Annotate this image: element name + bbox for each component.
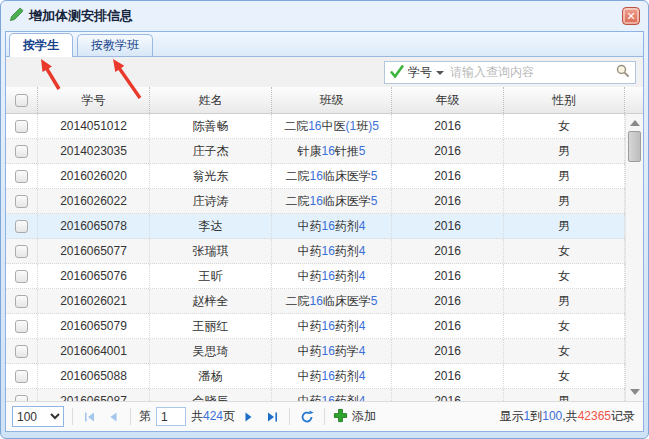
search-category[interactable]: 学号 [408,64,432,81]
first-page-icon[interactable] [81,407,99,427]
row-name: 李达 [150,214,272,238]
table-row[interactable]: 2016064001吴思琦中药16药学42016女 [6,339,625,364]
add-button[interactable]: 添加 [333,408,376,426]
row-gender: 男 [504,164,625,188]
page-number-input[interactable] [156,407,186,426]
row-class: 二院16中医(1班)5 [272,114,392,138]
row-student-id: 2016026022 [38,189,150,213]
dialog-window: 增加体测安排信息 ✕ 按学生 按教学班 学号 [0,0,649,439]
table-row[interactable]: 2016065087佘晓辰中药16药剂42016男 [6,389,625,401]
column-header-grade[interactable]: 年级 [392,87,504,113]
table-row[interactable]: 2016065078李达中药16药剂42016男 [6,214,625,239]
row-checkbox[interactable] [15,345,28,358]
search-box: 学号 [384,61,636,84]
row-class: 中药16药学4 [272,339,392,363]
table-row[interactable]: 2014051012陈善畅二院16中医(1班)52016女 [6,114,625,139]
row-class: 二院16临床医学5 [272,164,392,188]
row-checkbox[interactable] [15,170,28,183]
row-checkbox[interactable] [15,195,28,208]
divider [72,408,73,425]
row-grade: 2016 [392,314,504,338]
row-checkbox-cell [6,114,38,138]
row-student-id: 2016065076 [38,264,150,288]
row-name: 庄子杰 [150,139,272,163]
prev-page-icon[interactable] [104,407,122,427]
row-checkbox[interactable] [15,245,28,258]
row-name: 庄诗涛 [150,189,272,213]
divider [289,408,290,425]
grid-rows: 2014051012陈善畅二院16中医(1班)52016女2014023035庄… [6,114,625,401]
table-row[interactable]: 2016026020翁光东二院16临床医学52016男 [6,164,625,189]
last-page-icon[interactable] [263,407,281,427]
dialog-title: 增加体测安排信息 [29,7,133,25]
row-student-id: 2016065077 [38,239,150,263]
row-name: 潘杨 [150,364,272,388]
row-name: 吴思琦 [150,339,272,363]
row-class: 二院16临床医学5 [272,289,392,313]
row-grade: 2016 [392,389,504,401]
row-gender: 男 [504,289,625,313]
row-grade: 2016 [392,339,504,363]
row-gender: 女 [504,264,625,288]
search-input[interactable] [450,63,615,82]
row-checkbox[interactable] [15,320,28,333]
table-row[interactable]: 2016026021赵梓全二院16临床医学52016男 [6,289,625,314]
divider [130,408,131,425]
column-header-student-id[interactable]: 学号 [38,87,150,113]
row-checkbox[interactable] [15,270,28,283]
scrollbar-thumb[interactable] [628,131,641,162]
column-header-gender[interactable]: 性别 [504,87,625,113]
row-gender: 女 [504,114,625,138]
row-name: 翁光东 [150,164,272,188]
row-checkbox-cell [6,189,38,213]
tab-by-teaching-class[interactable]: 按教学班 [77,34,153,56]
row-checkbox[interactable] [15,220,28,233]
next-page-icon[interactable] [240,407,258,427]
pager-bar: 100 第 共424页 [6,401,643,431]
row-class: 针康16针推5 [272,139,392,163]
row-class: 中药16药剂4 [272,264,392,288]
chevron-down-icon[interactable] [436,71,444,75]
total-pages-label: 共424页 [191,408,235,425]
row-name: 赵梓全 [150,289,272,313]
tab-by-student[interactable]: 按学生 [9,33,73,57]
table-row[interactable]: 2016065088潘杨中药16药剂42016女 [6,364,625,389]
table-row[interactable]: 2016065079王丽红中药16药剂42016女 [6,314,625,339]
row-student-id: 2016065079 [38,314,150,338]
pencil-icon [9,7,24,25]
table-row[interactable]: 2016026022庄诗涛二院16临床医学52016男 [6,189,625,214]
row-checkbox[interactable] [15,120,28,133]
row-checkbox[interactable] [15,370,28,383]
select-all-checkbox[interactable] [15,94,28,107]
row-checkbox[interactable] [15,145,28,158]
row-grade: 2016 [392,239,504,263]
row-student-id: 2016026021 [38,289,150,313]
search-icon[interactable] [615,63,631,82]
add-button-label: 添加 [352,408,376,425]
table-row[interactable]: 2014023035庄子杰针康16针推52016男 [6,139,625,164]
row-gender: 男 [504,189,625,213]
row-student-id: 2016065088 [38,364,150,388]
column-header-class[interactable]: 班级 [272,87,392,113]
row-checkbox-cell [6,389,38,401]
table-row[interactable]: 2016065076王昕中药16药剂42016女 [6,264,625,289]
row-class: 中药16药剂4 [272,214,392,238]
row-checkbox[interactable] [15,295,28,308]
page-size-select[interactable]: 100 [12,406,64,427]
row-student-id: 2014023035 [38,139,150,163]
close-icon[interactable]: ✕ [622,7,640,25]
scroll-down-icon[interactable] [630,389,640,395]
row-class: 中药16药剂4 [272,314,392,338]
vertical-scrollbar[interactable] [625,114,643,401]
row-class: 中药16药剂4 [272,364,392,388]
row-student-id: 2016026020 [38,164,150,188]
row-student-id: 2016064001 [38,339,150,363]
refresh-icon[interactable] [298,407,316,427]
column-header-name[interactable]: 姓名 [150,87,272,113]
table-row[interactable]: 2016065077张瑞琪中药16药剂42016女 [6,239,625,264]
row-grade: 2016 [392,189,504,213]
select-all-cell [6,87,38,113]
row-checkbox[interactable] [15,395,28,402]
scroll-up-icon[interactable] [630,120,640,126]
dialog-content: 按学生 按教学班 学号 学号 姓名 [5,31,644,432]
